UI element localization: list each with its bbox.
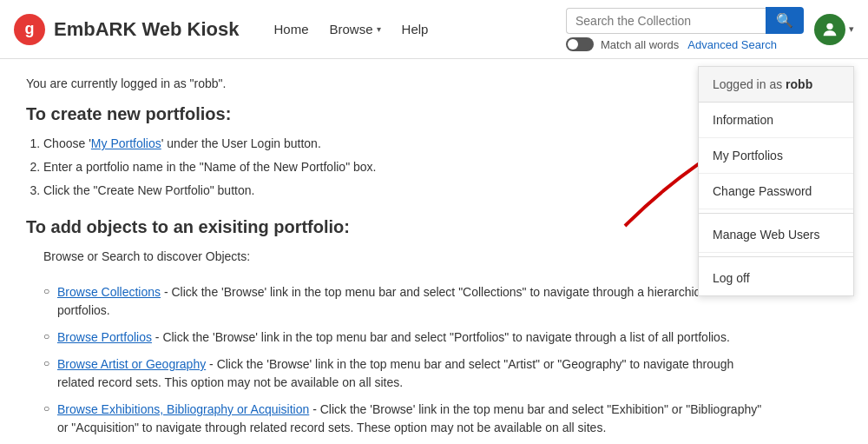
create-step-3: Click the "Create New Portfolio" button. (43, 182, 773, 200)
dropdown-logged-in-header: Logged in as robb (699, 67, 853, 103)
browse-exhibitions-item: Browse Exhibitions, Bibliography or Acqu… (43, 401, 773, 437)
add-step-browse-discover: Browse or Search to discover Objects: (43, 248, 773, 266)
dropdown-item-change-password[interactable]: Change Password (699, 174, 853, 209)
logo-area: g EmbARK Web Kiosk (14, 14, 240, 45)
user-dropdown-menu: Logged in as robb Information My Portfol… (698, 66, 854, 296)
browse-artist-item: Browse Artist or Geography - Click the '… (43, 355, 773, 392)
match-all-toggle[interactable] (566, 37, 594, 51)
match-all-label: Match all words (601, 38, 679, 51)
nav-area: Home Browse ▾ Help (274, 22, 566, 36)
add-objects-title: To add objects to an exisiting portfolio… (26, 217, 773, 237)
advanced-search-link[interactable]: Advanced Search (687, 38, 777, 51)
dropdown-item-my-portfolios[interactable]: My Portfolios (699, 138, 853, 174)
dropdown-divider2 (699, 256, 853, 257)
dropdown-divider (699, 213, 853, 214)
user-avatar (814, 14, 845, 45)
logged-in-as-label: Logged in as (713, 77, 782, 91)
browse-chevron-icon: ▾ (377, 24, 381, 34)
nav-help[interactable]: Help (402, 22, 429, 36)
search-button[interactable]: 🔍 (766, 7, 804, 34)
browse-exhibitions-link[interactable]: Browse Exhibitions, Bibliography or Acqu… (57, 402, 309, 416)
browse-portfolios-item: Browse Portfolios - Click the 'Browse' l… (43, 328, 773, 347)
user-chevron-icon: ▾ (849, 23, 854, 35)
create-step-2: Enter a portfolio name in the "Name of t… (43, 158, 773, 176)
nav-home[interactable]: Home (274, 22, 309, 36)
app-logo-icon: g (14, 14, 45, 45)
create-portfolios-title: To create new portfolios: (26, 104, 773, 124)
create-portfolios-steps: Choose 'My Portfolios' under the User Lo… (43, 135, 773, 200)
add-objects-steps: Browse or Search to discover Objects: (43, 248, 773, 266)
nav-browse-label: Browse (330, 22, 373, 36)
main-content: You are currently logged in as "robb". T… (0, 59, 799, 444)
my-portfolios-link[interactable]: My Portfolios (91, 136, 161, 150)
search-area: 🔍 Match all words Advanced Search (566, 7, 804, 51)
browse-list: Browse Collections - Click the 'Browse' … (43, 283, 773, 444)
dropdown-item-manage-web-users[interactable]: Manage Web Users (699, 217, 853, 253)
browse-collections-desc: - Click the 'Browse' link in the top men… (57, 285, 755, 317)
create-step-1: Choose 'My Portfolios' under the User Lo… (43, 135, 773, 153)
browse-portfolios-link[interactable]: Browse Portfolios (57, 330, 152, 344)
logged-in-text: You are currently logged in as "robb". (26, 76, 773, 90)
nav-browse[interactable]: Browse ▾ (330, 22, 381, 36)
dropdown-item-log-off[interactable]: Log off (699, 261, 853, 295)
dropdown-username: robb (786, 77, 812, 91)
app-title: EmbARK Web Kiosk (54, 18, 240, 41)
search-input[interactable] (566, 8, 766, 34)
browse-collections-item: Browse Collections - Click the 'Browse' … (43, 283, 773, 320)
browse-collections-link[interactable]: Browse Collections (57, 285, 161, 299)
dropdown-item-information[interactable]: Information (699, 103, 853, 138)
search-row: 🔍 (566, 7, 804, 34)
toggle-knob (568, 39, 578, 50)
svg-point-0 (826, 23, 832, 29)
header: g EmbARK Web Kiosk Home Browse ▾ Help 🔍 … (0, 0, 868, 59)
match-all-row: Match all words Advanced Search (566, 37, 777, 51)
browse-portfolios-desc: - Click the 'Browse' link in the top men… (155, 330, 730, 344)
user-icon-area[interactable]: ▾ Logged in as robb Information My Portf… (814, 14, 854, 45)
browse-artist-link[interactable]: Browse Artist or Geography (57, 357, 206, 371)
